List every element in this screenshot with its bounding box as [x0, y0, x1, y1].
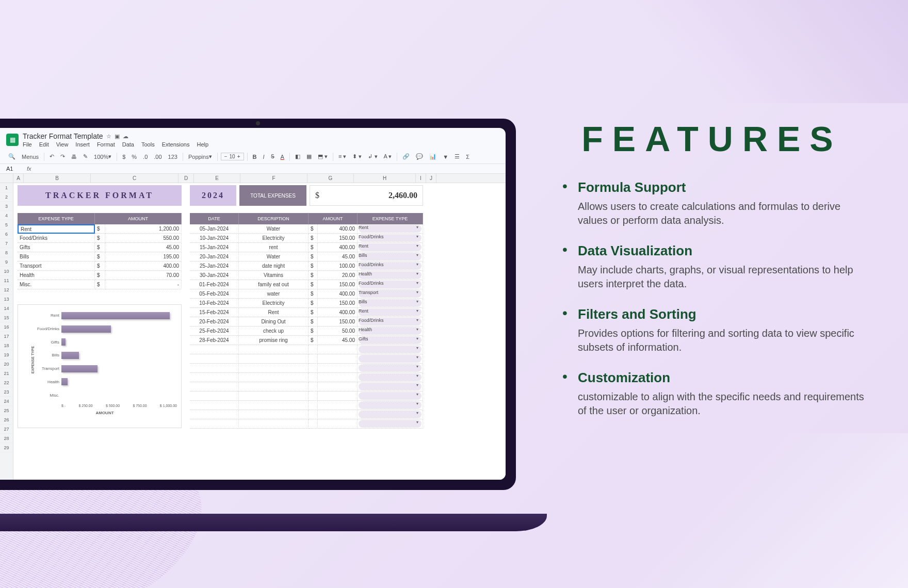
table-row[interactable]: 01-Feb-2024family eat out$150.00Food/Dri…	[190, 280, 423, 289]
cell-date[interactable]: 01-Feb-2024	[190, 280, 239, 289]
table-row[interactable]: 10-Feb-2024Electricity$150.00Bills	[190, 299, 423, 308]
cell-dropdown[interactable]	[358, 382, 423, 391]
cell-currency[interactable]: $	[309, 262, 318, 271]
search-icon[interactable]: 🔍	[6, 152, 18, 161]
font-select[interactable]: Poppins ▾	[186, 152, 214, 161]
cell-currency[interactable]: $	[95, 243, 105, 252]
table-row[interactable]	[190, 382, 423, 391]
cell-dropdown[interactable]	[358, 401, 423, 410]
cell-date[interactable]: 10-Feb-2024	[190, 299, 239, 308]
cell-currency[interactable]: $	[95, 280, 105, 289]
cell-currency[interactable]: $	[309, 299, 318, 308]
table-row[interactable]: Food/Drinks$550.00	[18, 234, 182, 243]
cell-amount[interactable]: -	[105, 280, 182, 289]
table-row[interactable]	[190, 391, 423, 401]
col-header[interactable]: I	[416, 174, 426, 183]
italic-button[interactable]: I	[261, 152, 266, 161]
table-row[interactable]: Gifts$45.00	[18, 243, 182, 252]
rotate-icon[interactable]: A ▾	[382, 152, 394, 161]
table-row[interactable]: 05-Jan-2024Water$400.00Rent	[190, 224, 423, 234]
menu-file[interactable]: File	[23, 141, 32, 148]
row-number[interactable]: 5	[0, 220, 13, 230]
functions-icon[interactable]: Σ	[464, 152, 472, 161]
bold-button[interactable]: B	[251, 152, 259, 161]
cell-type[interactable]: Food/Drinks	[18, 234, 95, 243]
comment-icon[interactable]: 💬	[414, 152, 425, 161]
cell-amount[interactable]: 45.00	[318, 252, 358, 262]
col-header[interactable]: J	[426, 174, 436, 183]
col-header[interactable]: H	[354, 174, 416, 183]
row-number[interactable]: 11	[0, 276, 13, 285]
cell-amount[interactable]: 400.00	[105, 262, 182, 271]
row-number[interactable]: 24	[0, 397, 13, 406]
cell-desc[interactable]: Vitamins	[239, 271, 309, 280]
borders-icon[interactable]: ▦	[304, 152, 314, 161]
menu-view[interactable]: View	[56, 141, 69, 148]
col-header[interactable]: F	[240, 174, 307, 183]
cell-amount[interactable]: 550.00	[105, 234, 182, 243]
filter-icon[interactable]: ▼	[441, 152, 450, 161]
valign-icon[interactable]: ⬍ ▾	[350, 152, 364, 161]
menu-extensions[interactable]: Extensions	[162, 141, 190, 148]
cell-dropdown[interactable]: Bills	[358, 299, 423, 308]
cell-date[interactable]: 05-Jan-2024	[190, 224, 239, 234]
wrap-icon[interactable]: ↲ ▾	[366, 152, 379, 161]
menu-data[interactable]: Data	[122, 141, 134, 148]
cell-dropdown[interactable]	[358, 345, 423, 354]
cell-currency[interactable]: $	[309, 289, 318, 299]
cell-desc[interactable]: Electricity	[239, 299, 309, 308]
row-number[interactable]: 26	[0, 415, 13, 424]
row-number[interactable]: 3	[0, 202, 13, 211]
cell-amount[interactable]: 400.00	[318, 308, 358, 317]
table-row[interactable]	[190, 401, 423, 410]
cell-date[interactable]: 25-Feb-2024	[190, 326, 239, 336]
row-number[interactable]: 23	[0, 387, 13, 397]
cell-date[interactable]: 10-Jan-2024	[190, 234, 239, 243]
cell-amount[interactable]: 400.00	[318, 243, 358, 252]
print-icon[interactable]: 🖶	[69, 152, 79, 161]
cell-date[interactable]: 05-Feb-2024	[190, 289, 239, 299]
spreadsheet-grid[interactable]: ABCDEFGHIJ 12345678910111213141516171819…	[0, 174, 506, 480]
cell-date[interactable]: 28-Feb-2024	[190, 336, 239, 345]
table-row[interactable]: Transport$400.00	[18, 262, 182, 271]
fill-icon[interactable]: ◧	[293, 152, 302, 161]
align-icon[interactable]: ≡ ▾	[336, 152, 348, 161]
table-row[interactable]	[190, 354, 423, 364]
row-number[interactable]: 16	[0, 322, 13, 332]
menus-button[interactable]: Menus	[20, 152, 41, 161]
table-row[interactable]	[190, 410, 423, 419]
row-number[interactable]: 15	[0, 313, 13, 322]
cell-currency[interactable]: $	[95, 252, 105, 262]
row-number[interactable]: 13	[0, 295, 13, 304]
cell-currency[interactable]: $	[95, 262, 105, 271]
link-icon[interactable]: 🔗	[400, 152, 412, 161]
cell-dropdown[interactable]	[358, 410, 423, 419]
percent-button[interactable]: %	[129, 152, 139, 161]
cell-amount[interactable]: 45.00	[318, 336, 358, 345]
cell-currency[interactable]: $	[309, 234, 318, 243]
menu-tools[interactable]: Tools	[141, 141, 155, 148]
cell-date[interactable]: 20-Jan-2024	[190, 252, 239, 262]
cell-currency[interactable]: $	[309, 326, 318, 336]
row-number[interactable]: 19	[0, 350, 13, 360]
cell-currency[interactable]: $	[95, 224, 105, 234]
row-number[interactable]: 10	[0, 267, 13, 276]
cell-dropdown[interactable]: Health	[358, 326, 423, 336]
cell-currency[interactable]: $	[309, 336, 318, 345]
cell-desc[interactable]: rent	[239, 243, 309, 252]
cell-dropdown[interactable]: Rent	[358, 243, 423, 252]
cell-desc[interactable]: Water	[239, 252, 309, 262]
col-header[interactable]: G	[307, 174, 354, 183]
cell-dropdown[interactable]: Rent	[358, 224, 423, 234]
row-number[interactable]: 25	[0, 406, 13, 415]
cell-dropdown[interactable]: Food/Drinks	[358, 280, 423, 289]
row-number[interactable]: 2	[0, 192, 13, 202]
row-number[interactable]: 12	[0, 285, 13, 295]
cell-currency[interactable]: $	[309, 252, 318, 262]
cell-dropdown[interactable]: Food/Drinks	[358, 234, 423, 243]
row-number[interactable]: 6	[0, 230, 13, 239]
table-row[interactable]: 15-Feb-2024Rent$400.00Rent	[190, 308, 423, 317]
cell-amount[interactable]: 195.00	[105, 252, 182, 262]
row-number[interactable]: 7	[0, 239, 13, 248]
table-row[interactable]: 20-Jan-2024Water$45.00Bills	[190, 252, 423, 262]
